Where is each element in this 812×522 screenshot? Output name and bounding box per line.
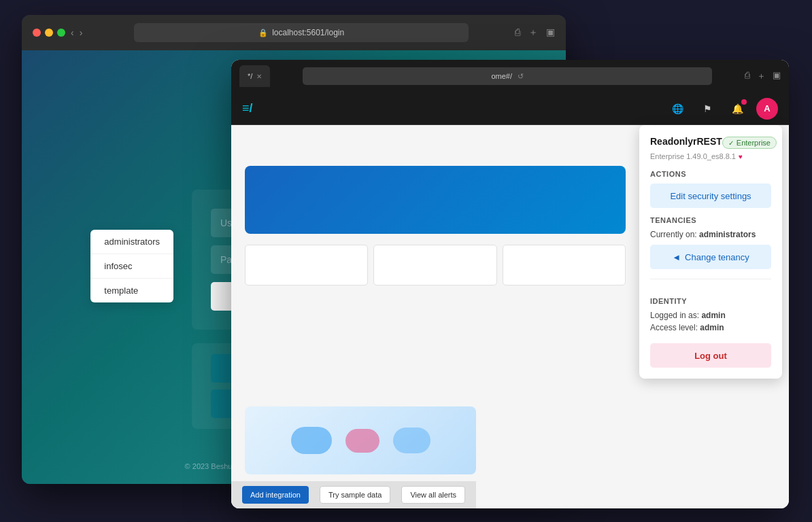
panel-product-name: ReadonlyrREST xyxy=(650,136,722,147)
content-grid xyxy=(245,245,626,285)
user-avatar-button[interactable]: A xyxy=(756,98,778,120)
share-icon-button[interactable]: ⚑ xyxy=(696,98,718,120)
sidebar-layout-icon[interactable]: ▣ xyxy=(773,70,781,82)
panel-header: ReadonlyrREST ✓ Enterprise xyxy=(650,136,771,150)
logout-button[interactable]: Log out xyxy=(650,343,771,368)
identity-section: Identity Logged in as: admin Access leve… xyxy=(650,279,771,368)
back-address-text: localhost:5601/login xyxy=(272,28,344,37)
change-tenancy-button[interactable]: ◄ Change tenancy xyxy=(650,245,771,269)
check-icon: ✓ xyxy=(728,139,734,147)
close-button[interactable] xyxy=(33,29,41,37)
version-icon: ♥ xyxy=(739,153,743,160)
actions-section-label: Actions xyxy=(650,170,771,178)
currently-on-text: Currently on: administrators xyxy=(650,230,771,239)
tab-close-icon[interactable]: ✕ xyxy=(256,73,262,80)
back-titlebar: ‹ › 🔒 localhost:5601/login ⎙ ＋ ▣ xyxy=(22,15,566,50)
identity-section-label: Identity xyxy=(650,297,771,305)
back-nav: ‹ › xyxy=(71,27,82,38)
tenancy-item-infosec[interactable]: infosec xyxy=(90,254,173,279)
edit-security-button[interactable]: Edit security settings xyxy=(650,184,771,208)
front-controls: ⎙ ＋ ▣ xyxy=(745,70,781,82)
grid-item-1 xyxy=(245,245,368,285)
notification-badge xyxy=(741,99,747,105)
maximize-button[interactable] xyxy=(57,29,65,37)
kibana-content: Add integration Try sample data View all… xyxy=(231,125,789,508)
cloud-blob-3 xyxy=(393,428,430,453)
bottom-btn-1[interactable]: Add integration xyxy=(242,486,309,504)
reload-icon[interactable]: ↺ xyxy=(518,72,524,81)
bell-icon: 🔔 xyxy=(732,103,743,114)
cloud-blob-1 xyxy=(291,427,332,454)
back-nav-back[interactable]: ‹ xyxy=(71,27,74,38)
tab-label: */ xyxy=(248,72,252,80)
blue-banner xyxy=(245,166,626,234)
bottom-btn-2[interactable]: Try sample data xyxy=(320,486,390,504)
kibana-header: ≡/ 🌐 ⚑ 🔔 A xyxy=(231,92,789,125)
version-text: Enterprise 1.49.0_es8.8.1 ♥ xyxy=(650,152,771,160)
front-address-text: ome#/ xyxy=(491,72,512,80)
notifications-button[interactable]: 🔔 xyxy=(726,98,748,120)
tenancy-item-administrators[interactable]: administrators xyxy=(90,230,173,254)
tenancy-item-template[interactable]: template xyxy=(90,279,173,302)
header-icons: 🌐 ⚑ 🔔 A xyxy=(666,98,778,120)
front-browser-window: */ ✕ ome#/ ↺ ⎙ ＋ ▣ ≡/ 🌐 ⚑ 🔔 xyxy=(231,60,789,508)
new-tab-plus-icon[interactable]: ＋ xyxy=(757,70,766,82)
globe-icon: 🌐 xyxy=(672,103,683,114)
sidebar-icon[interactable]: ▣ xyxy=(546,27,555,39)
grid-item-3 xyxy=(503,245,626,285)
tenancy-list: administrators infosec template xyxy=(90,230,173,302)
cloud-area xyxy=(245,406,476,474)
access-level-text: Access level: admin xyxy=(650,323,771,332)
globe-icon-button[interactable]: 🌐 xyxy=(666,98,688,120)
minimize-button[interactable] xyxy=(45,29,53,37)
new-tab-icon[interactable]: ＋ xyxy=(528,27,538,39)
back-nav-forward[interactable]: › xyxy=(80,27,83,38)
enterprise-badge: ✓ Enterprise xyxy=(722,137,777,149)
lock-icon: 🔒 xyxy=(258,29,268,37)
logged-in-text: Logged in as: admin xyxy=(650,311,771,320)
back-address-bar[interactable]: 🔒 localhost:5601/login xyxy=(134,23,469,42)
front-tab[interactable]: */ ✕ xyxy=(239,65,270,87)
front-titlebar: */ ✕ ome#/ ↺ ⎙ ＋ ▣ xyxy=(231,60,789,92)
bottom-action-bar: Add integration Try sample data View all… xyxy=(231,481,476,508)
kibana-bg-content: Add integration Try sample data View all… xyxy=(231,152,639,508)
grid-item-2 xyxy=(373,245,496,285)
kibana-logo: ≡/ xyxy=(242,101,253,116)
tenancies-section-label: Tenancies xyxy=(650,216,771,224)
chevron-left-icon: ◄ xyxy=(672,252,681,262)
back-toolbar: ⎙ ＋ ▣ xyxy=(515,27,555,39)
front-address-bar[interactable]: ome#/ ↺ xyxy=(303,67,712,85)
bottom-btn-3[interactable]: View all alerts xyxy=(401,486,465,504)
share2-icon: ⚑ xyxy=(703,103,712,114)
cloud-blob-2 xyxy=(345,429,379,453)
traffic-lights xyxy=(33,29,65,37)
user-dropdown-panel: ReadonlyrREST ✓ Enterprise Enterprise 1.… xyxy=(639,125,782,379)
share-icon[interactable]: ⎙ xyxy=(745,70,750,82)
share-icon[interactable]: ⎙ xyxy=(515,27,520,39)
